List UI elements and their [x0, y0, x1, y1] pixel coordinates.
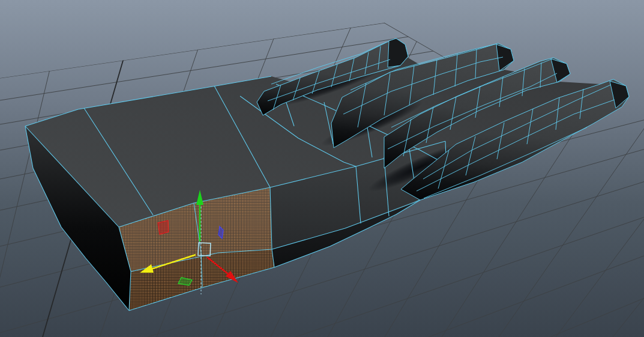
viewport-window[interactable]: [0, 0, 644, 337]
maya-3d-viewport[interactable]: [0, 0, 644, 337]
manipulator-plane-handle-yz[interactable]: [158, 220, 169, 234]
